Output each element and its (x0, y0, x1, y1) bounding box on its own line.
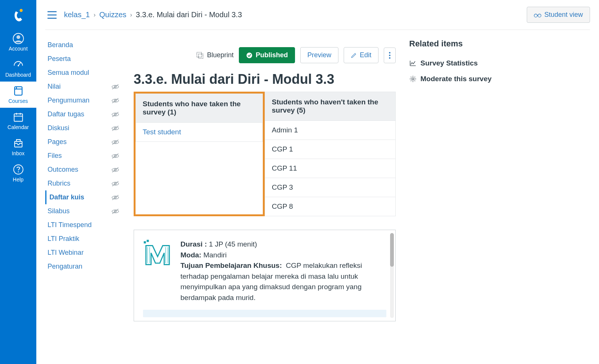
breadcrumb-sep: › (94, 12, 95, 18)
moderate-survey-link[interactable]: Moderate this survey (409, 71, 514, 87)
check-circle-icon (246, 52, 253, 59)
course-nav-item[interactable]: Outcomes (45, 163, 120, 177)
course-nav-item[interactable]: LTI Praktik (45, 232, 120, 246)
rail-heading: Related items (409, 39, 514, 49)
student-link[interactable]: Test student (143, 128, 181, 136)
module-m-icon (143, 239, 172, 268)
course-nav-label: LTI Timespend (48, 221, 92, 229)
hidden-icon (111, 194, 119, 201)
student-view-label: Student view (544, 11, 583, 19)
table-row: CGP 3 (265, 178, 396, 197)
course-nav: BerandaPesertaSemua modulNilaiPengumuman… (45, 37, 120, 321)
hidden-icon (111, 166, 119, 173)
course-nav-item[interactable]: Diskusi (45, 121, 120, 135)
course-nav-label: Daftar tugas (48, 110, 84, 118)
course-nav-label: Outcomes (48, 166, 78, 174)
global-nav: Account Dashboard Courses Calendar Inbox… (0, 0, 36, 364)
account-icon (13, 33, 24, 44)
hidden-icon (111, 153, 119, 159)
course-nav-label: Pengumuman (48, 97, 89, 104)
course-nav-item[interactable]: Pengumuman (45, 94, 120, 107)
course-nav-label: Nilai (48, 83, 61, 91)
glasses-icon (534, 12, 541, 18)
nav-calendar[interactable]: Calendar (0, 108, 36, 134)
course-nav-item[interactable]: LTI Webinar (45, 246, 120, 260)
nav-inbox[interactable]: Inbox (0, 134, 36, 160)
survey-statistics-link[interactable]: Survey Statistics (409, 55, 514, 71)
course-nav-label: Silabus (48, 207, 70, 215)
course-nav-label: Diskusi (48, 124, 69, 132)
svg-point-2 (16, 35, 20, 39)
published-button[interactable]: Published (239, 47, 295, 63)
card-scrollbar[interactable] (390, 233, 394, 318)
survey-table: Students who have taken the survey (1) T… (134, 92, 396, 216)
svg-point-46 (389, 52, 390, 53)
nav-account-label: Account (9, 46, 28, 52)
page-title: 3.3.e. Mulai dari Diri - Modul 3.3 (134, 71, 396, 87)
breadcrumbs: kelas_1 › Quizzes › 3.3.e. Mulai dari Di… (64, 10, 242, 19)
hidden-icon (111, 125, 119, 132)
svg-point-45 (246, 52, 252, 58)
breadcrumb-section[interactable]: Quizzes (99, 10, 126, 19)
course-nav-item[interactable]: Pengaturan (45, 260, 120, 273)
blueprint-indicator: Blueprint (196, 51, 234, 59)
courses-icon (13, 85, 24, 97)
taken-column: Students who have taken the survey (1) T… (134, 92, 265, 216)
course-nav-item[interactable]: Beranda (45, 38, 120, 52)
course-nav-item[interactable]: Daftar kuis (45, 190, 120, 204)
stats-icon (409, 59, 417, 67)
hidden-icon (111, 83, 119, 90)
content-highlight (143, 310, 386, 317)
svg-rect-50 (147, 240, 149, 242)
svg-rect-44 (198, 54, 203, 58)
nav-account[interactable]: Account (0, 29, 36, 55)
svg-point-47 (389, 55, 390, 56)
course-nav-item[interactable]: Nilai (45, 80, 120, 94)
table-row: Admin 1 (265, 121, 396, 140)
page: kelas_1 › Quizzes › 3.3.e. Mulai dari Di… (36, 0, 599, 364)
course-nav-label: Files (48, 152, 62, 160)
help-icon (13, 164, 24, 175)
content-text: Durasi : 1 JP (45 menit) Moda: Mandiri T… (180, 239, 386, 303)
course-nav-item[interactable]: Silabus (45, 204, 120, 218)
more-options-button[interactable] (384, 48, 396, 63)
svg-point-48 (389, 57, 390, 59)
course-nav-item[interactable]: Rubrics (45, 177, 120, 190)
course-nav-item[interactable]: LTI Timespend (45, 218, 120, 232)
breadcrumb-course[interactable]: kelas_1 (64, 10, 90, 19)
course-nav-item[interactable]: Peserta (45, 52, 120, 66)
hamburger-icon[interactable] (47, 11, 57, 19)
svg-point-4 (18, 65, 19, 67)
nav-dashboard[interactable]: Dashboard (0, 55, 36, 82)
main-content: Blueprint Published Preview Edit (134, 37, 396, 321)
content-card: Durasi : 1 JP (45 menit) Moda: Mandiri T… (134, 230, 396, 321)
course-nav-label: Pengaturan (48, 263, 82, 270)
breadcrumb-sep: › (130, 12, 132, 18)
preview-button[interactable]: Preview (300, 47, 338, 63)
svg-point-0 (19, 9, 22, 12)
table-row: CGP 1 (265, 140, 396, 159)
course-nav-item[interactable]: Pages (45, 135, 120, 149)
svg-rect-43 (197, 52, 202, 57)
student-view-button[interactable]: Student view (527, 7, 590, 23)
course-nav-label: LTI Praktik (48, 235, 79, 243)
moda-value: Mandiri (203, 251, 226, 259)
edit-button[interactable]: Edit (344, 47, 378, 63)
nav-courses-label: Courses (8, 98, 28, 104)
course-nav-item[interactable]: Files (45, 149, 120, 163)
app-logo[interactable] (9, 7, 27, 25)
course-nav-label: LTI Webinar (48, 249, 83, 257)
dashboard-icon (13, 59, 24, 70)
nav-courses[interactable]: Courses (0, 82, 36, 108)
nav-help-label: Help (13, 177, 24, 183)
nav-help[interactable]: Help (0, 160, 36, 186)
course-nav-item[interactable]: Daftar tugas (45, 107, 120, 121)
gear-icon (409, 75, 417, 83)
moderate-survey-label: Moderate this survey (420, 75, 492, 83)
hidden-icon (111, 180, 119, 187)
moda-label: Moda: (180, 251, 201, 259)
course-nav-label: Daftar kuis (49, 193, 84, 201)
calendar-icon (13, 111, 24, 123)
course-nav-item[interactable]: Semua modul (45, 66, 120, 80)
course-nav-label: Semua modul (48, 69, 89, 77)
